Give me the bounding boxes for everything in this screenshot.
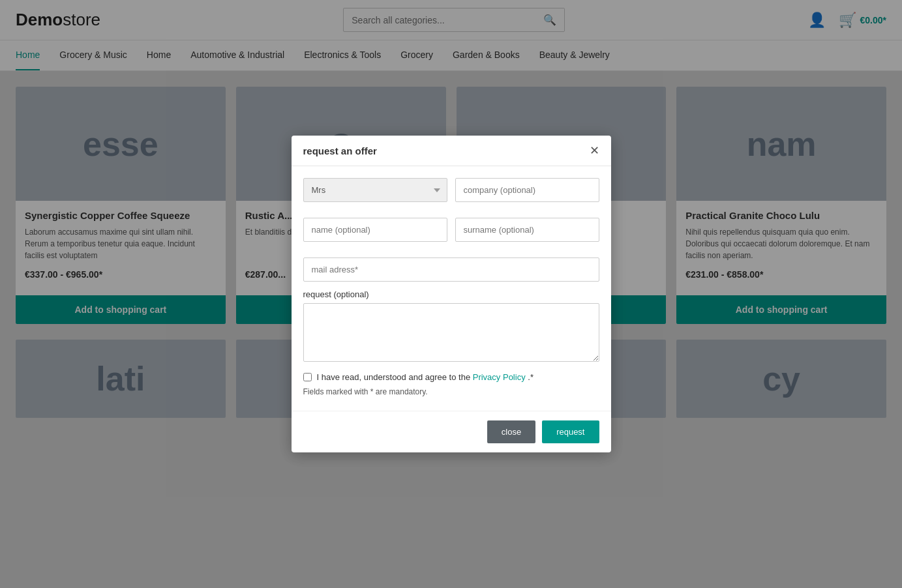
modal-footer: close request bbox=[292, 411, 611, 434]
modal-title: request an offer bbox=[303, 145, 377, 156]
email-group bbox=[303, 257, 599, 282]
privacy-text-after: .* bbox=[526, 372, 534, 382]
modal-body: Mrs Mr Mx bbox=[292, 166, 611, 411]
request-submit-button[interactable]: request bbox=[542, 420, 599, 434]
surname-group bbox=[455, 218, 599, 242]
email-input[interactable] bbox=[303, 257, 599, 282]
request-label: request (optional) bbox=[303, 289, 599, 299]
request-textarea[interactable] bbox=[303, 303, 599, 362]
privacy-text: I have read, understood and agree to the… bbox=[317, 372, 534, 382]
request-offer-modal: request an offer ✕ Mrs Mr Mx bbox=[292, 136, 611, 434]
name-group bbox=[303, 218, 447, 242]
form-row-1: Mrs Mr Mx bbox=[303, 178, 599, 210]
privacy-policy-link[interactable]: Privacy Policy bbox=[473, 372, 526, 382]
mandatory-note: Fields marked with * are mandatory. bbox=[303, 387, 599, 396]
modal-overlay[interactable]: request an offer ✕ Mrs Mr Mx bbox=[0, 0, 902, 434]
privacy-row: I have read, understood and agree to the… bbox=[303, 372, 599, 382]
surname-input[interactable] bbox=[455, 218, 599, 242]
salutation-group: Mrs Mr Mx bbox=[303, 178, 447, 202]
form-row-2 bbox=[303, 218, 599, 250]
privacy-checkbox[interactable] bbox=[303, 373, 312, 381]
request-group bbox=[303, 303, 599, 364]
modal-close-button[interactable]: ✕ bbox=[590, 145, 599, 156]
salutation-select[interactable]: Mrs Mr Mx bbox=[303, 178, 447, 202]
company-input[interactable] bbox=[455, 178, 599, 202]
company-group bbox=[455, 178, 599, 202]
name-input[interactable] bbox=[303, 218, 447, 242]
close-modal-button[interactable]: close bbox=[487, 420, 535, 434]
modal-header: request an offer ✕ bbox=[292, 136, 611, 166]
privacy-text-before: I have read, understood and agree to the bbox=[317, 372, 473, 382]
